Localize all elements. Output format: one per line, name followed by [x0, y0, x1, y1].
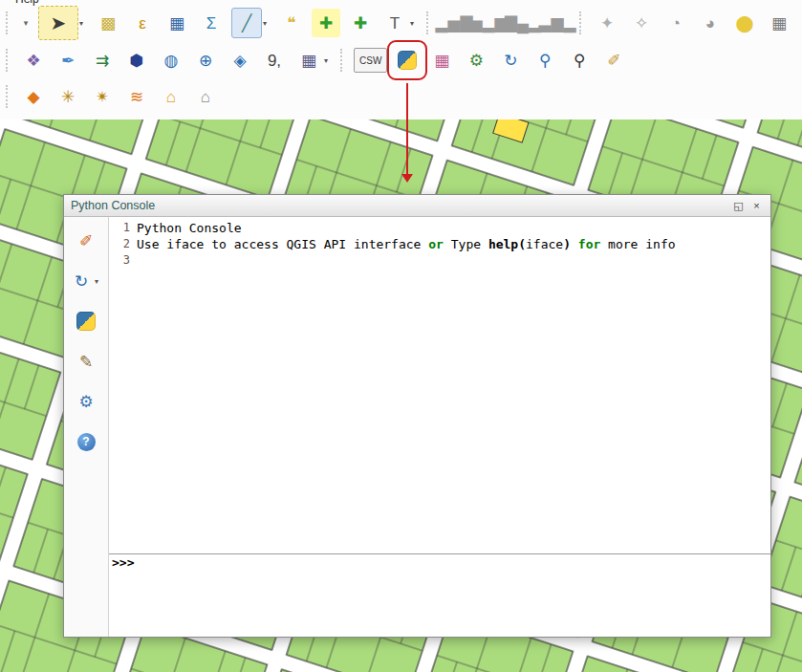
add-wcs-layer-icon-wrap: ⊕ — [191, 46, 220, 75]
add-mesh-layer-icon-wrap: ▦▾ — [294, 46, 333, 75]
add-wms-layer-icon[interactable]: ◍ — [157, 46, 185, 75]
console-output-area[interactable]: 1 Python Console 2 Use iface to access Q… — [109, 217, 770, 553]
wand-icon-wrap: ✐ — [599, 46, 628, 75]
measure-icon[interactable]: ╱ — [231, 8, 262, 38]
highlight-tool-icon[interactable]: ⬤ — [730, 9, 759, 37]
add-delimited-text-layer-icon[interactable]: 9, — [260, 46, 289, 75]
console-toolbar: ✐↻▾✎⚙? — [64, 217, 108, 637]
raster-sparkle-icon-2[interactable]: ✧ — [627, 9, 656, 37]
select-by-expression-icon[interactable]: ε — [128, 9, 157, 37]
attribute-table-icon[interactable]: ▦ — [163, 9, 191, 37]
add-wcs-layer-icon[interactable]: ⊕ — [191, 46, 220, 75]
float-window-button[interactable]: ◱ — [731, 199, 746, 213]
run-command-icon[interactable]: ↻ — [69, 269, 94, 293]
plugin-grid-icon[interactable]: ▦ — [427, 46, 456, 75]
new-spatialite-layer-icon-wrap: ⇉ — [88, 46, 117, 75]
refresh-icon[interactable]: ↻ — [496, 46, 525, 75]
function-help-open: help( — [488, 237, 526, 251]
new-geopackage-layer-icon[interactable]: ❖ — [19, 46, 48, 75]
spark-tool-icon-1[interactable]: ✳ — [54, 82, 82, 111]
polygon-outline-icon[interactable]: ⌂ — [191, 82, 220, 111]
clear-console-icon-wrap: ✐ — [74, 228, 98, 253]
terrain-layers-icon[interactable]: ≋ — [122, 82, 151, 111]
raster-sparkle-icon-1-wrap: ✦ — [593, 9, 621, 37]
histogram-tool-icon-2[interactable]: ▅▂▆ — [474, 9, 503, 37]
python-console-tool-icon[interactable] — [74, 309, 98, 334]
new-spatialite-layer-icon[interactable]: ⇉ — [88, 46, 117, 75]
toolbar-handle-1 — [6, 11, 11, 34]
grid-tool-icon[interactable]: ▦ — [765, 9, 793, 37]
new-virtual-layer-icon[interactable]: ⬢ — [122, 46, 151, 75]
python-console-icon[interactable] — [393, 46, 422, 75]
console-editor-region: 1 Python Console 2 Use iface to access Q… — [108, 217, 770, 637]
run-command-dropdown-icon[interactable]: ▾ — [95, 277, 103, 286]
form-annotation-icon[interactable]: ✚ — [346, 9, 375, 37]
wand-icon[interactable]: ✐ — [599, 46, 628, 75]
statistics-icon[interactable]: Σ — [197, 9, 226, 37]
show-editor-icon[interactable]: ✎ — [74, 349, 98, 374]
close-window-button[interactable]: × — [749, 199, 764, 213]
new-shapefile-layer-icon[interactable]: ✒ — [54, 46, 82, 75]
python-logo — [76, 312, 96, 331]
select-features-icon[interactable]: ➤ — [38, 6, 78, 40]
deselect-features-icon-wrap: ▩ — [94, 9, 122, 37]
red-arrow-line — [406, 83, 408, 176]
measure-dropdown-icon[interactable]: ▾ — [263, 19, 271, 28]
plugin-grid-icon-wrap: ▦ — [427, 46, 456, 75]
console-line-row: 1 Python Console — [109, 220, 770, 236]
raster-sparkle-icon-1[interactable]: ✦ — [593, 9, 621, 37]
add-wfs-layer-icon-wrap: ◈ — [226, 46, 254, 75]
globe-arrow-icon-1[interactable]: ◔ — [661, 9, 690, 37]
add-mesh-layer-dropdown-icon[interactable]: ▾ — [324, 56, 333, 65]
text-annotation-icon[interactable]: T — [380, 9, 409, 37]
refresh-icon-wrap: ↻ — [496, 46, 525, 75]
zoom-refresh-icon[interactable]: ⚲ — [531, 46, 559, 75]
statistics-icon-wrap: Σ — [197, 9, 226, 37]
extension-chevron-icon-wrap: ▾ — [19, 14, 33, 32]
search-icon[interactable]: ⚲ — [565, 46, 594, 75]
toolbar-handle-5 — [340, 49, 346, 72]
help-icon[interactable]: ? — [74, 429, 98, 454]
plugin-manager-icon[interactable]: ⚙ — [462, 46, 490, 75]
spark-tool-icon-2[interactable]: ✴ — [88, 82, 117, 111]
options-icon[interactable]: ⚙ — [74, 389, 98, 414]
deselect-features-icon[interactable]: ▩ — [94, 9, 122, 37]
add-wfs-layer-icon[interactable]: ◈ — [226, 46, 254, 75]
python-logo — [398, 51, 417, 70]
clear-console-icon[interactable]: ✐ — [74, 228, 98, 253]
histogram-tool-icon-3-wrap: ▇▄▂ — [509, 9, 537, 37]
new-annotation-icon[interactable]: ✚ — [312, 9, 340, 37]
polygon-outline-icon-wrap: ⌂ — [191, 82, 220, 111]
add-mesh-layer-icon[interactable]: ▦ — [294, 46, 323, 75]
console-line-2: Use iface to access QGIS API interface o… — [137, 236, 676, 252]
console-input-area[interactable]: >>> — [109, 553, 770, 637]
show-editor-icon-wrap: ✎ — [74, 349, 98, 374]
spark-tool-icon-1-wrap: ✳ — [54, 82, 82, 111]
histogram-tool-icon-1[interactable]: ▂▅▇ — [440, 9, 468, 37]
terrain-layers-icon-wrap: ≋ — [122, 82, 151, 111]
line-number-1: 1 — [109, 220, 137, 236]
toolbar-handle-4 — [6, 49, 11, 72]
histogram-tool-icon-4-wrap: ▃▆▂ — [543, 9, 572, 37]
histogram-tool-icon-1-wrap: ▂▅▇ — [440, 9, 468, 37]
add-wms-layer-icon-wrap: ◍ — [157, 46, 185, 75]
interpolation-icon[interactable]: ◆ — [19, 82, 48, 111]
select-features-dropdown-icon[interactable]: ▾ — [79, 19, 88, 28]
extension-chevron-icon[interactable]: ▾ — [19, 14, 33, 32]
python-console-titlebar[interactable]: Python Console ◱ × — [64, 195, 770, 217]
add-delimited-text-layer-icon-wrap: 9, — [260, 46, 289, 75]
grid-tool-icon-wrap: ▦ — [765, 9, 793, 37]
menu-help[interactable]: Help — [15, 0, 39, 6]
raster-sparkle-icon-2-wrap: ✧ — [627, 9, 656, 37]
histogram-tool-icon-3[interactable]: ▇▄▂ — [509, 9, 537, 37]
histogram-tool-icon-4[interactable]: ▃▆▂ — [543, 9, 572, 37]
text-annotation-dropdown-icon[interactable]: ▾ — [410, 19, 419, 28]
metasearch-csw-button[interactable]: CSW — [354, 48, 387, 73]
contour-icon[interactable]: ⌂ — [157, 82, 185, 111]
map-tips-icon[interactable]: ❝ — [277, 9, 306, 37]
histogram-tool-icon-2-wrap: ▅▂▆ — [474, 9, 503, 37]
python-console-icon-wrap — [393, 46, 422, 75]
globe-arrow-icon-2[interactable]: ◕ — [696, 9, 725, 37]
line2-text-1: Use iface to access QGIS API interface — [137, 237, 428, 251]
toolbar-row-2: ❖✒⇉⬢◍⊕◈9,▦▾CSW▦⚙↻⚲⚲✐ — [0, 42, 802, 78]
